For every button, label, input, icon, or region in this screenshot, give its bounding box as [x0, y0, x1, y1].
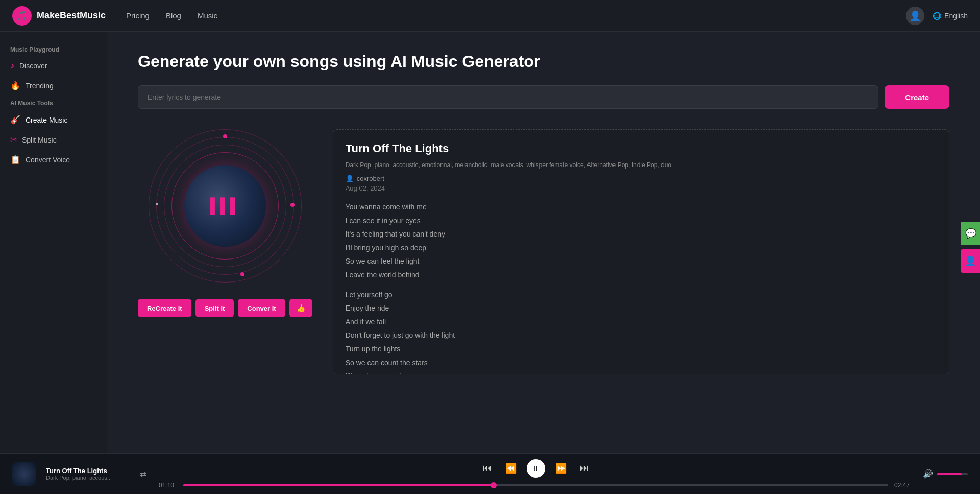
nav-music[interactable]: Music — [198, 11, 217, 20]
content-area: Generate your own songs using AI Music G… — [107, 32, 980, 453]
ring-dot-4 — [156, 203, 158, 205]
rewind-button[interactable]: ⏪ — [502, 461, 520, 476]
play-pause-button[interactable]: ⏸ — [527, 459, 545, 478]
globe-icon: 🌐 — [933, 12, 941, 20]
progress-bar-fill — [183, 484, 494, 486]
sidebar-playground-label: Music Playgroud — [0, 42, 107, 56]
lyrics-line: I'll read your mind — [346, 369, 937, 374]
feedback-button-2[interactable]: 👤 — [961, 249, 980, 273]
mini-track-tags: Dark Pop, piano, accous... — [46, 475, 128, 481]
lyrics-line: Don't forget to just go with the light — [346, 328, 937, 342]
nav-pricing[interactable]: Pricing — [126, 11, 150, 20]
sidebar-tools-label: AI Music Tools — [0, 96, 107, 110]
main-layout: Music Playgroud ♪ Discover 🔥 Trending AI… — [0, 32, 980, 453]
split-music-icon: ✂ — [10, 135, 17, 145]
discover-icon: ♪ — [10, 61, 14, 70]
page-title: Generate your own songs using AI Music G… — [138, 52, 949, 71]
progress-section: ⏮ ⏪ ⏸ ⏩ ⏭ 01:10 02:47 — [159, 459, 913, 489]
progress-bar[interactable] — [183, 484, 888, 486]
logo-emoji: 🎵 — [16, 10, 28, 21]
trending-icon: 🔥 — [10, 81, 20, 90]
lyrics-line: I'll bring you high so deep — [346, 241, 937, 255]
nav-right: 👤 🌐 English — [906, 7, 968, 25]
create-button[interactable]: Create — [885, 85, 949, 109]
lyrics-line: I can see it in your eyes — [346, 214, 937, 228]
create-music-icon: 🎸 — [10, 115, 20, 125]
sidebar: Music Playgroud ♪ Discover 🔥 Trending AI… — [0, 32, 107, 453]
volume-section: 🔊 — [923, 469, 968, 479]
mini-album-art — [12, 462, 36, 486]
logo-icon: 🎵 — [12, 6, 32, 26]
fast-forward-button[interactable]: ⏩ — [552, 461, 570, 476]
lyrics-line: And if we fall — [346, 315, 937, 329]
sidebar-trending-label: Trending — [26, 82, 54, 90]
lyrics-spacer — [346, 282, 937, 288]
track-date: Aug 02, 2024 — [346, 184, 937, 192]
language-selector[interactable]: 🌐 English — [933, 12, 968, 20]
lyrics-line: So we can count the stars — [346, 356, 937, 370]
recreate-button[interactable]: ReCreate It — [138, 299, 191, 317]
track-author: 👤 coxrobert — [346, 175, 937, 182]
sidebar-discover-label: Discover — [19, 62, 47, 70]
waveform-icon: ▌▌▌ — [210, 198, 240, 214]
skip-back-button[interactable]: ⏮ — [480, 461, 495, 476]
lyrics-line: Leave the world behind — [346, 268, 937, 282]
language-label: English — [944, 12, 968, 20]
sidebar-item-convert-voice[interactable]: 📋 Convert Voice — [0, 150, 107, 170]
shuffle-button[interactable]: ⇄ — [138, 467, 149, 481]
progress-row: 01:10 02:47 — [159, 482, 913, 489]
logo-area[interactable]: 🎵 MakeBestMusic — [12, 6, 106, 26]
current-time: 01:10 — [159, 482, 177, 489]
nav-blog[interactable]: Blog — [166, 11, 181, 20]
author-name: coxrobert — [357, 175, 384, 182]
player-visual: ▌▌▌ ReCreate It Split It Conver It 👍 — [138, 129, 312, 317]
ring-dot-1 — [223, 134, 227, 138]
app-name: MakeBestMusic — [37, 10, 106, 21]
player-bar: Turn Off The Lights Dark Pop, piano, acc… — [0, 453, 980, 494]
volume-icon: 🔊 — [923, 469, 933, 479]
lyrics-input[interactable] — [138, 85, 878, 109]
sidebar-item-discover[interactable]: ♪ Discover — [0, 56, 107, 76]
lyrics-line: It's a feeling that you can't deny — [346, 227, 937, 241]
sidebar-create-music-label: Create Music — [26, 116, 67, 124]
volume-bar[interactable] — [937, 473, 968, 475]
ring-dot-3 — [290, 203, 295, 207]
split-button[interactable]: Split It — [195, 299, 234, 317]
sidebar-item-split-music[interactable]: ✂ Split Music — [0, 130, 107, 150]
user-avatar[interactable]: 👤 — [906, 7, 924, 25]
action-buttons: ReCreate It Split It Conver It 👍 — [138, 299, 312, 317]
lyrics-line: You wanna come with me — [346, 200, 937, 214]
mini-track-name: Turn Off The Lights — [46, 467, 128, 475]
progress-thumb — [491, 482, 497, 488]
person-icon: 👤 — [346, 175, 354, 182]
player-section: ▌▌▌ ReCreate It Split It Conver It 👍 Tur… — [138, 129, 949, 374]
lyrics-line: Let yourself go — [346, 288, 937, 302]
lyrics-content: You wanna come with meI can see it in yo… — [346, 200, 937, 374]
side-feedback-area: 💬 👤 — [961, 222, 980, 273]
feedback-button-1[interactable]: 💬 — [961, 222, 980, 245]
track-tags: Dark Pop, piano, accoustic, emotionnal, … — [346, 160, 937, 170]
sidebar-convert-voice-label: Convert Voice — [26, 156, 70, 164]
sidebar-item-create-music[interactable]: 🎸 Create Music — [0, 110, 107, 130]
album-art: ▌▌▌ — [184, 165, 266, 247]
skip-forward-button[interactable]: ⏭ — [577, 461, 592, 476]
total-time: 02:47 — [894, 482, 913, 489]
nav-links: Pricing Blog Music — [126, 11, 906, 20]
convert-voice-icon: 📋 — [10, 155, 20, 164]
lyrics-panel: Turn Off The Lights Dark Pop, piano, acc… — [333, 129, 949, 374]
search-row: Create — [138, 85, 949, 109]
convert-button[interactable]: Conver It — [238, 299, 285, 317]
mini-track-info: Turn Off The Lights Dark Pop, piano, acc… — [46, 467, 128, 481]
top-navigation: 🎵 MakeBestMusic Pricing Blog Music 👤 🌐 E… — [0, 0, 980, 32]
album-art-container: ▌▌▌ — [149, 129, 302, 283]
volume-bar-fill — [937, 473, 962, 475]
sidebar-item-trending[interactable]: 🔥 Trending — [0, 76, 107, 96]
track-title: Turn Off The Lights — [346, 142, 937, 155]
lyrics-line: So we can feel the light — [346, 254, 937, 268]
ring-dot-2 — [240, 272, 244, 276]
transport-controls: ⏮ ⏪ ⏸ ⏩ ⏭ — [480, 459, 592, 478]
like-button[interactable]: 👍 — [289, 299, 312, 317]
sidebar-split-music-label: Split Music — [22, 136, 57, 144]
lyrics-line: Enjoy the ride — [346, 301, 937, 315]
lyrics-line: Turn up the lights — [346, 342, 937, 356]
